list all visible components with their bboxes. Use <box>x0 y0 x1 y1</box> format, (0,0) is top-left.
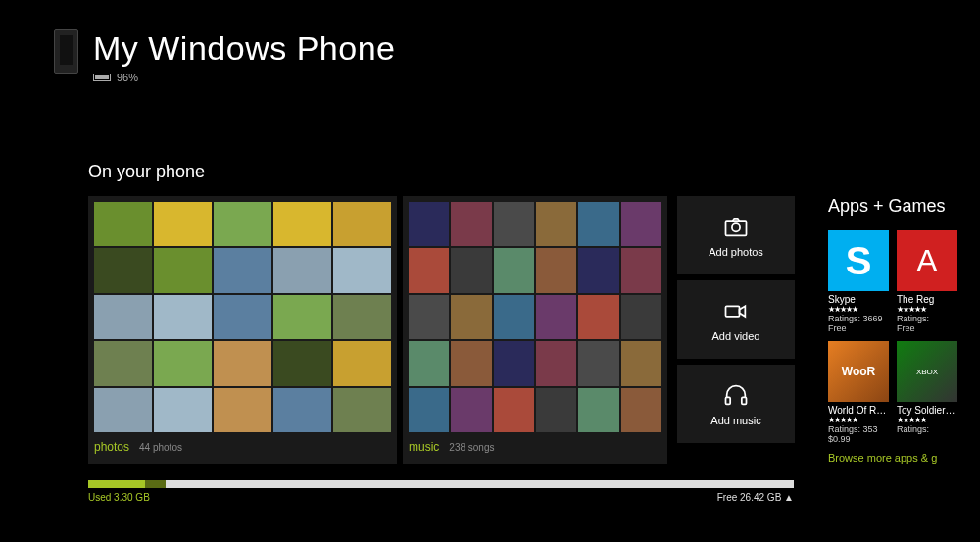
album-thumb[interactable] <box>621 295 662 339</box>
photos-label: photos <box>94 440 129 454</box>
svg-rect-3 <box>726 397 731 404</box>
add-music-tile[interactable]: Add music <box>677 365 795 443</box>
photo-thumb[interactable] <box>214 202 271 246</box>
photo-thumb[interactable] <box>94 341 152 385</box>
album-thumb[interactable] <box>494 295 534 339</box>
app-stars: ★★★★★ <box>828 305 889 314</box>
svg-point-1 <box>732 223 740 231</box>
photo-thumb[interactable] <box>333 248 391 292</box>
album-thumb[interactable] <box>578 248 618 292</box>
album-thumb[interactable] <box>451 388 491 432</box>
add-photos-tile[interactable]: Add photos <box>677 196 795 274</box>
app-price: $0.99 <box>828 434 889 444</box>
app-name: Toy Soldiers Boot Ca <box>897 405 957 416</box>
app-stars: ★★★★★ <box>897 305 957 314</box>
album-thumb[interactable] <box>578 341 618 385</box>
album-thumb[interactable] <box>536 388 576 432</box>
app-icon: WooR <box>828 341 889 402</box>
app-price: Free <box>897 323 957 333</box>
add-video-tile[interactable]: Add video <box>677 280 795 359</box>
photos-count: 44 photos <box>139 442 182 453</box>
album-thumb[interactable] <box>621 202 662 246</box>
photo-thumb[interactable] <box>94 248 152 292</box>
photo-thumb[interactable] <box>273 295 331 339</box>
storage-used-segment <box>88 480 145 488</box>
photo-thumb[interactable] <box>273 341 331 385</box>
photo-thumb[interactable] <box>154 341 212 385</box>
photos-panel[interactable]: photos 44 photos <box>88 196 397 464</box>
photo-thumb[interactable] <box>154 388 212 432</box>
add-music-label: Add music <box>710 415 760 426</box>
photo-thumb[interactable] <box>214 341 271 385</box>
app-tile-the-reg[interactable]: A The Reg ★★★★★ Ratings: Free <box>897 230 957 333</box>
album-thumb[interactable] <box>409 341 449 385</box>
music-grid <box>409 202 662 432</box>
app-stars: ★★★★★ <box>828 416 889 424</box>
album-thumb[interactable] <box>494 388 534 432</box>
photo-thumb[interactable] <box>94 202 152 246</box>
add-photos-label: Add photos <box>709 246 763 258</box>
photo-thumb[interactable] <box>214 248 271 292</box>
album-thumb[interactable] <box>494 248 534 292</box>
storage-bar[interactable] <box>88 480 794 488</box>
album-thumb[interactable] <box>451 341 491 385</box>
app-ratings: Ratings: <box>897 314 957 323</box>
photo-thumb[interactable] <box>214 295 271 339</box>
photo-thumb[interactable] <box>333 341 391 385</box>
photo-thumb[interactable] <box>333 295 391 339</box>
photo-thumb[interactable] <box>273 202 331 246</box>
album-thumb[interactable] <box>536 341 576 385</box>
album-thumb[interactable] <box>536 295 576 339</box>
headphones-icon <box>722 381 750 409</box>
storage-other-segment <box>145 480 167 488</box>
svg-rect-2 <box>726 306 740 317</box>
album-thumb[interactable] <box>451 295 491 339</box>
svg-rect-4 <box>742 397 747 404</box>
browse-more-apps-link[interactable]: Browse more apps & g <box>828 452 980 464</box>
photo-thumb[interactable] <box>154 295 212 339</box>
album-thumb[interactable] <box>578 295 618 339</box>
album-thumb[interactable] <box>578 202 618 246</box>
photo-thumb[interactable] <box>273 388 331 432</box>
section-on-your-phone: On your phone <box>88 162 980 182</box>
app-icon: XBOX <box>897 341 957 402</box>
app-ratings: Ratings: 3669 <box>828 314 889 323</box>
album-thumb[interactable] <box>451 248 491 292</box>
album-thumb[interactable] <box>494 341 534 385</box>
album-thumb[interactable] <box>409 248 449 292</box>
photo-thumb[interactable] <box>154 248 212 292</box>
photo-thumb[interactable] <box>154 202 212 246</box>
music-label: music <box>409 440 439 454</box>
photo-thumb[interactable] <box>94 295 152 339</box>
album-thumb[interactable] <box>409 295 449 339</box>
battery-percent: 96% <box>117 72 138 83</box>
album-thumb[interactable] <box>621 341 662 385</box>
add-video-label: Add video <box>712 330 760 342</box>
section-apps-games: Apps + Games <box>828 196 980 217</box>
album-thumb[interactable] <box>621 248 662 292</box>
app-tile-skype[interactable]: S Skype ★★★★★ Ratings: 3669 Free <box>828 230 889 333</box>
app-tile-world-of-rabbit[interactable]: WooR World Of Rabbit - The ★★★★★ Ratings… <box>828 341 889 444</box>
app-price: Free <box>828 323 889 333</box>
album-thumb[interactable] <box>409 388 449 432</box>
photo-thumb[interactable] <box>94 388 152 432</box>
battery-status: 96% <box>93 72 395 83</box>
app-ratings: Ratings: <box>897 424 957 434</box>
photo-thumb[interactable] <box>333 202 391 246</box>
album-thumb[interactable] <box>536 202 576 246</box>
photo-thumb[interactable] <box>273 248 331 292</box>
storage-bar-section: Used 3.30 GB Free 26.42 GB ▲ <box>88 480 794 503</box>
album-thumb[interactable] <box>536 248 576 292</box>
photo-thumb[interactable] <box>333 388 391 432</box>
app-name: The Reg <box>897 294 957 305</box>
photo-thumb[interactable] <box>214 388 271 432</box>
app-tile-toy-soldiers[interactable]: XBOX Toy Soldiers Boot Ca ★★★★★ Ratings: <box>897 341 957 444</box>
app-stars: ★★★★★ <box>897 416 957 424</box>
album-thumb[interactable] <box>621 388 662 432</box>
album-thumb[interactable] <box>409 202 449 246</box>
album-thumb[interactable] <box>494 202 534 246</box>
album-thumb[interactable] <box>578 388 618 432</box>
storage-used-label: Used 3.30 GB <box>88 492 150 503</box>
music-panel[interactable]: music 238 songs <box>403 196 667 464</box>
album-thumb[interactable] <box>451 202 491 246</box>
